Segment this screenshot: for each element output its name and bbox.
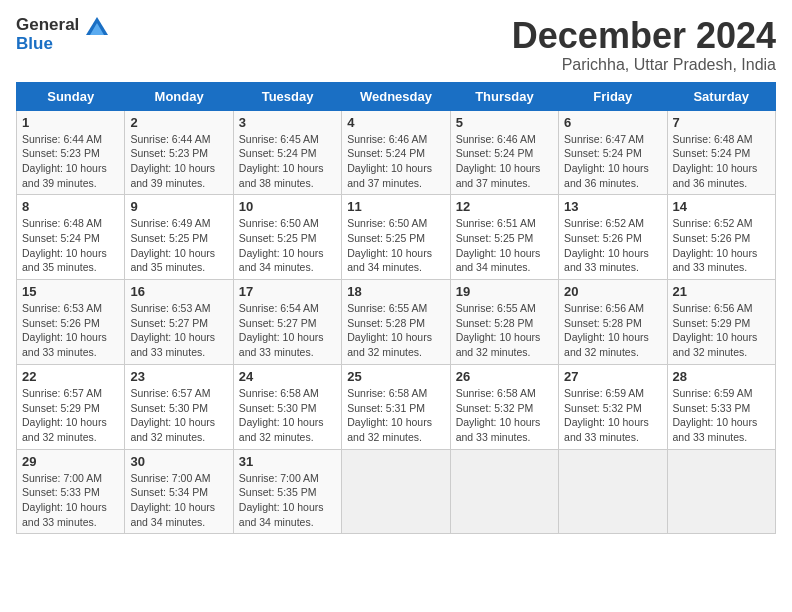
subtitle: Parichha, Uttar Pradesh, India	[512, 56, 776, 74]
main-title: December 2024	[512, 16, 776, 56]
day-info: Sunrise: 6:59 AM Sunset: 5:32 PM Dayligh…	[564, 386, 661, 445]
calendar-cell: 21Sunrise: 6:56 AM Sunset: 5:29 PM Dayli…	[667, 280, 775, 365]
col-saturday: Saturday	[667, 82, 775, 110]
logo: General Blue	[16, 16, 108, 53]
day-number: 8	[22, 199, 119, 214]
day-info: Sunrise: 6:58 AM Sunset: 5:30 PM Dayligh…	[239, 386, 336, 445]
calendar-cell: 31Sunrise: 7:00 AM Sunset: 5:35 PM Dayli…	[233, 449, 341, 534]
calendar-cell	[342, 449, 450, 534]
col-tuesday: Tuesday	[233, 82, 341, 110]
col-thursday: Thursday	[450, 82, 558, 110]
day-number: 10	[239, 199, 336, 214]
day-info: Sunrise: 6:57 AM Sunset: 5:30 PM Dayligh…	[130, 386, 227, 445]
day-number: 20	[564, 284, 661, 299]
day-number: 16	[130, 284, 227, 299]
col-monday: Monday	[125, 82, 233, 110]
day-number: 25	[347, 369, 444, 384]
calendar-cell: 27Sunrise: 6:59 AM Sunset: 5:32 PM Dayli…	[559, 364, 667, 449]
calendar-cell: 17Sunrise: 6:54 AM Sunset: 5:27 PM Dayli…	[233, 280, 341, 365]
day-info: Sunrise: 7:00 AM Sunset: 5:33 PM Dayligh…	[22, 471, 119, 530]
day-number: 7	[673, 115, 770, 130]
day-info: Sunrise: 6:55 AM Sunset: 5:28 PM Dayligh…	[347, 301, 444, 360]
day-info: Sunrise: 6:53 AM Sunset: 5:27 PM Dayligh…	[130, 301, 227, 360]
day-number: 15	[22, 284, 119, 299]
day-number: 21	[673, 284, 770, 299]
calendar-cell: 29Sunrise: 7:00 AM Sunset: 5:33 PM Dayli…	[17, 449, 125, 534]
day-number: 29	[22, 454, 119, 469]
day-info: Sunrise: 6:50 AM Sunset: 5:25 PM Dayligh…	[347, 216, 444, 275]
day-info: Sunrise: 6:44 AM Sunset: 5:23 PM Dayligh…	[130, 132, 227, 191]
day-number: 30	[130, 454, 227, 469]
calendar-week-row: 1Sunrise: 6:44 AM Sunset: 5:23 PM Daylig…	[17, 110, 776, 195]
calendar-cell: 16Sunrise: 6:53 AM Sunset: 5:27 PM Dayli…	[125, 280, 233, 365]
calendar-cell: 19Sunrise: 6:55 AM Sunset: 5:28 PM Dayli…	[450, 280, 558, 365]
day-info: Sunrise: 6:48 AM Sunset: 5:24 PM Dayligh…	[673, 132, 770, 191]
day-number: 27	[564, 369, 661, 384]
day-info: Sunrise: 6:55 AM Sunset: 5:28 PM Dayligh…	[456, 301, 553, 360]
day-info: Sunrise: 6:49 AM Sunset: 5:25 PM Dayligh…	[130, 216, 227, 275]
calendar-week-row: 8Sunrise: 6:48 AM Sunset: 5:24 PM Daylig…	[17, 195, 776, 280]
calendar-cell: 23Sunrise: 6:57 AM Sunset: 5:30 PM Dayli…	[125, 364, 233, 449]
calendar-cell: 20Sunrise: 6:56 AM Sunset: 5:28 PM Dayli…	[559, 280, 667, 365]
day-number: 17	[239, 284, 336, 299]
calendar-cell: 5Sunrise: 6:46 AM Sunset: 5:24 PM Daylig…	[450, 110, 558, 195]
day-info: Sunrise: 6:54 AM Sunset: 5:27 PM Dayligh…	[239, 301, 336, 360]
day-info: Sunrise: 6:56 AM Sunset: 5:28 PM Dayligh…	[564, 301, 661, 360]
day-number: 26	[456, 369, 553, 384]
calendar-cell: 28Sunrise: 6:59 AM Sunset: 5:33 PM Dayli…	[667, 364, 775, 449]
header-row: Sunday Monday Tuesday Wednesday Thursday…	[17, 82, 776, 110]
day-info: Sunrise: 6:52 AM Sunset: 5:26 PM Dayligh…	[673, 216, 770, 275]
col-friday: Friday	[559, 82, 667, 110]
day-number: 19	[456, 284, 553, 299]
day-info: Sunrise: 7:00 AM Sunset: 5:34 PM Dayligh…	[130, 471, 227, 530]
calendar-cell: 13Sunrise: 6:52 AM Sunset: 5:26 PM Dayli…	[559, 195, 667, 280]
day-number: 3	[239, 115, 336, 130]
calendar-cell: 3Sunrise: 6:45 AM Sunset: 5:24 PM Daylig…	[233, 110, 341, 195]
day-number: 1	[22, 115, 119, 130]
calendar-cell: 4Sunrise: 6:46 AM Sunset: 5:24 PM Daylig…	[342, 110, 450, 195]
day-info: Sunrise: 6:59 AM Sunset: 5:33 PM Dayligh…	[673, 386, 770, 445]
col-sunday: Sunday	[17, 82, 125, 110]
calendar-cell: 7Sunrise: 6:48 AM Sunset: 5:24 PM Daylig…	[667, 110, 775, 195]
day-number: 9	[130, 199, 227, 214]
day-info: Sunrise: 6:56 AM Sunset: 5:29 PM Dayligh…	[673, 301, 770, 360]
day-number: 5	[456, 115, 553, 130]
calendar-cell	[559, 449, 667, 534]
day-info: Sunrise: 6:48 AM Sunset: 5:24 PM Dayligh…	[22, 216, 119, 275]
calendar-week-row: 15Sunrise: 6:53 AM Sunset: 5:26 PM Dayli…	[17, 280, 776, 365]
calendar-cell: 18Sunrise: 6:55 AM Sunset: 5:28 PM Dayli…	[342, 280, 450, 365]
calendar-cell: 11Sunrise: 6:50 AM Sunset: 5:25 PM Dayli…	[342, 195, 450, 280]
day-number: 4	[347, 115, 444, 130]
day-info: Sunrise: 6:50 AM Sunset: 5:25 PM Dayligh…	[239, 216, 336, 275]
day-number: 24	[239, 369, 336, 384]
calendar-table: Sunday Monday Tuesday Wednesday Thursday…	[16, 82, 776, 535]
calendar-cell: 2Sunrise: 6:44 AM Sunset: 5:23 PM Daylig…	[125, 110, 233, 195]
day-number: 22	[22, 369, 119, 384]
day-number: 18	[347, 284, 444, 299]
calendar-cell: 8Sunrise: 6:48 AM Sunset: 5:24 PM Daylig…	[17, 195, 125, 280]
calendar-cell: 15Sunrise: 6:53 AM Sunset: 5:26 PM Dayli…	[17, 280, 125, 365]
day-number: 2	[130, 115, 227, 130]
calendar-cell	[450, 449, 558, 534]
day-number: 14	[673, 199, 770, 214]
day-info: Sunrise: 6:58 AM Sunset: 5:32 PM Dayligh…	[456, 386, 553, 445]
page-header: General Blue December 2024 Parichha, Utt…	[16, 16, 776, 74]
calendar-cell	[667, 449, 775, 534]
day-number: 31	[239, 454, 336, 469]
calendar-week-row: 29Sunrise: 7:00 AM Sunset: 5:33 PM Dayli…	[17, 449, 776, 534]
day-number: 12	[456, 199, 553, 214]
day-info: Sunrise: 6:47 AM Sunset: 5:24 PM Dayligh…	[564, 132, 661, 191]
col-wednesday: Wednesday	[342, 82, 450, 110]
calendar-week-row: 22Sunrise: 6:57 AM Sunset: 5:29 PM Dayli…	[17, 364, 776, 449]
day-number: 23	[130, 369, 227, 384]
calendar-cell: 26Sunrise: 6:58 AM Sunset: 5:32 PM Dayli…	[450, 364, 558, 449]
calendar-cell: 10Sunrise: 6:50 AM Sunset: 5:25 PM Dayli…	[233, 195, 341, 280]
day-info: Sunrise: 6:58 AM Sunset: 5:31 PM Dayligh…	[347, 386, 444, 445]
calendar-cell: 6Sunrise: 6:47 AM Sunset: 5:24 PM Daylig…	[559, 110, 667, 195]
day-info: Sunrise: 7:00 AM Sunset: 5:35 PM Dayligh…	[239, 471, 336, 530]
day-number: 28	[673, 369, 770, 384]
day-info: Sunrise: 6:57 AM Sunset: 5:29 PM Dayligh…	[22, 386, 119, 445]
day-info: Sunrise: 6:52 AM Sunset: 5:26 PM Dayligh…	[564, 216, 661, 275]
calendar-cell: 24Sunrise: 6:58 AM Sunset: 5:30 PM Dayli…	[233, 364, 341, 449]
day-info: Sunrise: 6:53 AM Sunset: 5:26 PM Dayligh…	[22, 301, 119, 360]
